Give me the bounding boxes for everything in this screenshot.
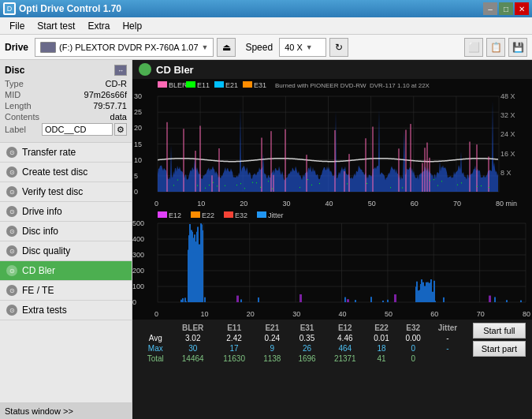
sidebar-item-extra-tests[interactable]: ⊙ Extra tests xyxy=(0,301,132,320)
close-button[interactable]: ✕ xyxy=(515,2,529,15)
sidebar-item-create-test-disc[interactable]: ⊙ Create test disc xyxy=(0,163,132,182)
refresh-button[interactable]: ↻ xyxy=(329,38,348,57)
stat-max-e12: 464 xyxy=(325,343,366,354)
length-value: 79:57.71 xyxy=(93,101,127,110)
stat-max-e22: 18 xyxy=(366,343,397,354)
sidebar-item-disc-quality[interactable]: ⊙ Disc quality xyxy=(0,241,132,261)
chart-area: CD Bler BLER E11 E21 E31 E12 E22 E32 xyxy=(132,60,532,419)
menu-help[interactable]: Help xyxy=(116,19,148,33)
chart-title: CD Bler xyxy=(156,64,194,76)
copy-button[interactable]: 📋 xyxy=(486,38,505,57)
sidebar-item-fe-te[interactable]: ⊙ FE / TE xyxy=(0,281,132,301)
create-test-disc-icon: ⊙ xyxy=(6,166,17,178)
status-window-button[interactable]: Status window >> xyxy=(0,402,132,419)
stat-total-e12: 21371 xyxy=(325,354,366,364)
stat-avg-e31: 0.35 xyxy=(289,333,324,343)
stat-max-jitter: - xyxy=(429,343,467,354)
stat-label-max: Max xyxy=(139,343,173,354)
stat-avg-bler: 3.02 xyxy=(173,333,214,343)
stat-total-e32: 0 xyxy=(397,354,429,364)
nav-label: Extra tests xyxy=(22,305,67,316)
nav-label: Drive info xyxy=(22,206,62,217)
eject-button[interactable]: ⏏ xyxy=(217,38,236,57)
app-icon: D xyxy=(3,2,16,15)
cd-bler-chart-icon xyxy=(139,63,151,76)
stat-total-bler: 14464 xyxy=(173,354,214,364)
stat-avg-e12: 4.46 xyxy=(325,333,366,343)
eject-icon: ⏏ xyxy=(222,42,231,53)
label-label: Label xyxy=(5,125,26,134)
nav-label: Create test disc xyxy=(22,166,87,178)
chart-header: CD Bler xyxy=(132,60,532,79)
col-header-e22: E22 xyxy=(366,323,397,333)
stat-avg-jitter: - xyxy=(429,333,467,343)
chevron-down-icon: ▼ xyxy=(202,43,209,51)
verify-test-disc-icon: ⊙ xyxy=(6,186,17,197)
drive-selector[interactable]: (F:) PLEXTOR DVDR PX-760A 1.07 ▼ xyxy=(35,38,214,57)
label-input[interactable] xyxy=(42,123,113,136)
minimize-button[interactable]: – xyxy=(483,2,497,15)
sidebar-item-disc-info[interactable]: ⊙ Disc info xyxy=(0,222,132,241)
sidebar-item-cd-bler[interactable]: ⊙ CD Bler xyxy=(0,261,132,281)
col-header-e12: E12 xyxy=(325,323,366,333)
copy-icon: 📋 xyxy=(490,42,502,53)
nav-label: Disc info xyxy=(22,226,58,237)
drive-label: Drive xyxy=(5,42,28,53)
contents-value: data xyxy=(110,112,127,122)
save-icon: 💾 xyxy=(512,42,524,53)
titlebar: D Opti Drive Control 1.70 – □ ✕ xyxy=(0,0,532,17)
stat-max-e11: 17 xyxy=(214,343,255,354)
disc-panel: Disc ↔ Type CD-R MID 97m26s66f Length 79… xyxy=(0,60,132,143)
stat-total-e31: 1696 xyxy=(289,354,324,364)
stat-avg-e22: 0.01 xyxy=(366,333,397,343)
disc-arrow-icon[interactable]: ↔ xyxy=(114,65,127,76)
start-full-button[interactable]: Start full xyxy=(473,323,526,339)
speed-label: Speed xyxy=(245,42,273,53)
menu-start-test[interactable]: Start test xyxy=(31,19,81,33)
app-title: Opti Drive Control 1.70 xyxy=(19,3,121,14)
stat-total-e21: 1138 xyxy=(255,354,289,364)
nav-label: FE / TE xyxy=(22,285,54,296)
contents-label: Contents xyxy=(5,112,39,122)
e12-chart xyxy=(132,209,532,320)
bler-chart xyxy=(132,79,532,209)
nav-label: Verify test disc xyxy=(22,186,83,197)
type-label: Type xyxy=(5,79,24,88)
save-button[interactable]: 💾 xyxy=(508,38,527,57)
sidebar-item-drive-info[interactable]: ⊙ Drive info xyxy=(0,202,132,222)
drive-icon xyxy=(40,42,56,53)
eraser-button[interactable]: ⬜ xyxy=(464,38,483,57)
type-value: CD-R xyxy=(106,79,128,88)
speed-selector[interactable]: 40 X ▼ xyxy=(279,38,326,57)
chevron-down-icon-speed: ▼ xyxy=(306,43,313,51)
stat-label-total: Total xyxy=(139,354,173,364)
col-header-e32: E32 xyxy=(397,323,429,333)
refresh-icon: ↻ xyxy=(335,42,343,53)
menu-file[interactable]: File xyxy=(3,19,31,33)
stat-avg-e11: 2.42 xyxy=(214,333,255,343)
menu-extra[interactable]: Extra xyxy=(81,19,116,33)
disc-quality-icon: ⊙ xyxy=(6,245,17,256)
label-settings-icon[interactable]: ⚙ xyxy=(114,123,127,136)
table-row: Max 30 17 9 26 464 18 0 - xyxy=(139,343,467,354)
table-row: Avg 3.02 2.42 0.24 0.35 4.46 0.01 0.00 - xyxy=(139,333,467,343)
stat-max-e21: 9 xyxy=(255,343,289,354)
sidebar-item-transfer-rate[interactable]: ⊙ Transfer rate xyxy=(0,143,132,163)
sidebar-nav: ⊙ Transfer rate ⊙ Create test disc ⊙ Ver… xyxy=(0,143,132,402)
stat-max-e32: 0 xyxy=(397,343,429,354)
status-window-label: Status window >> xyxy=(5,406,73,416)
stat-label-avg: Avg xyxy=(139,333,173,343)
menubar: File Start test Extra Help xyxy=(0,17,532,35)
col-header-bler: BLER xyxy=(173,323,214,333)
maximize-button[interactable]: □ xyxy=(499,2,513,15)
stat-max-bler: 30 xyxy=(173,343,214,354)
stat-max-e31: 26 xyxy=(289,343,324,354)
stats-table: BLER E11 E21 E31 E12 E22 E32 Jitter Avg … xyxy=(139,323,467,364)
start-part-button[interactable]: Start part xyxy=(473,341,526,357)
eraser-icon: ⬜ xyxy=(468,42,480,53)
stat-total-e11: 11630 xyxy=(214,354,255,364)
nav-label: Transfer rate xyxy=(22,147,76,158)
sidebar-item-verify-test-disc[interactable]: ⊙ Verify test disc xyxy=(0,182,132,202)
col-header-e21: E21 xyxy=(255,323,289,333)
stat-total-e22: 41 xyxy=(366,354,397,364)
